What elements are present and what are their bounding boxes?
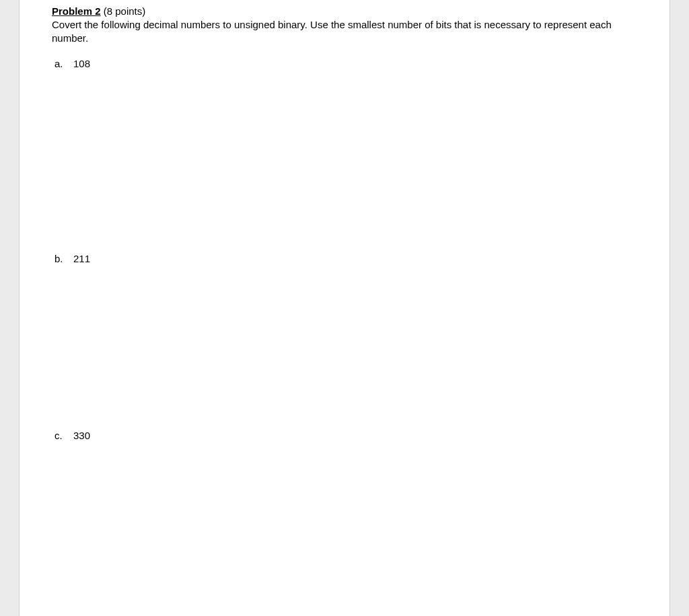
document-page: Problem 2 (8 points) Covert the followin… bbox=[19, 0, 670, 616]
item-value: 108 bbox=[73, 58, 90, 69]
problem-title: Problem 2 bbox=[52, 5, 101, 17]
item-value: 330 bbox=[73, 430, 90, 441]
problem-items: a. 108 b. 211 c. 330 d. 715 bbox=[52, 58, 637, 617]
list-item: b. 211 bbox=[52, 253, 637, 264]
problem-points: (8 points) bbox=[104, 5, 146, 17]
problem-header: Problem 2 (8 points) bbox=[52, 5, 637, 17]
item-value: 211 bbox=[73, 253, 90, 264]
item-label: b. bbox=[55, 253, 64, 264]
problem-instructions: Covert the following decimal numbers to … bbox=[52, 18, 637, 46]
item-label: a. bbox=[55, 58, 64, 69]
list-item: a. 108 bbox=[52, 58, 637, 69]
list-item: c. 330 bbox=[52, 430, 637, 441]
item-label: c. bbox=[55, 430, 64, 441]
